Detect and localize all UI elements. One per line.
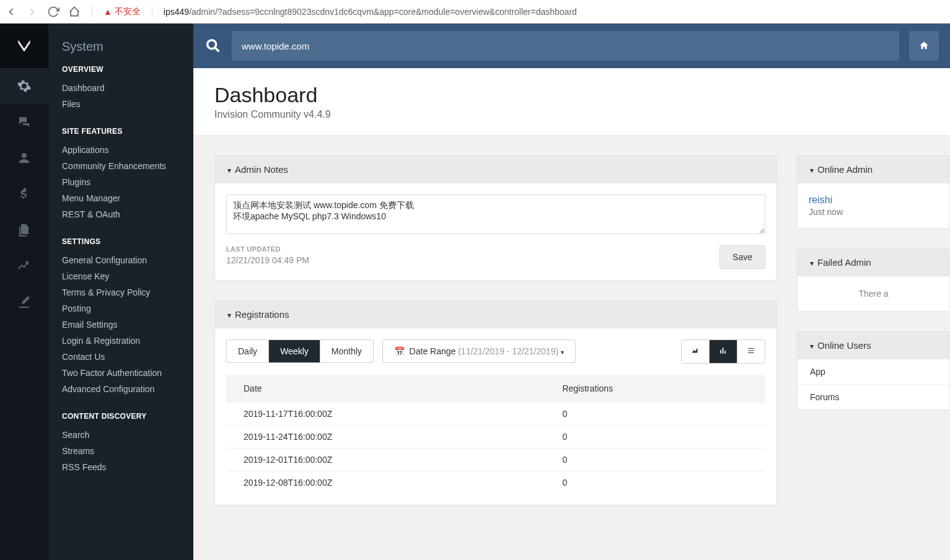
sidebar-item[interactable]: Plugins [48, 174, 193, 190]
browser-reload-icon[interactable] [47, 6, 59, 18]
list-item[interactable]: App [798, 359, 949, 384]
sidebar-group-head: CONTENT DISCOVERY [48, 397, 193, 427]
admin-notes-textarea[interactable] [226, 195, 765, 234]
sidebar-item[interactable]: Terms & Privacy Policy [48, 284, 193, 300]
online-admins-widget: ▾Online Admin reishi Just now [797, 155, 950, 229]
sidebar-item[interactable]: Files [48, 96, 193, 112]
sidebar-item[interactable]: Posting [48, 300, 193, 317]
sidebar-item[interactable]: Dashboard [48, 80, 193, 96]
sidebar-item[interactable]: General Configuration [48, 252, 193, 268]
sidebar-item[interactable]: Community Enhancements [48, 158, 193, 174]
svg-point-0 [208, 40, 216, 49]
sidebar-item[interactable]: Search [48, 427, 193, 443]
table-row: 2019-11-24T16:00:00Z0 [226, 425, 765, 448]
registrations-header[interactable]: ▾Registrations [215, 301, 776, 328]
chart-area-icon[interactable] [682, 340, 710, 363]
rail-theme-icon[interactable] [0, 284, 48, 320]
browser-url[interactable]: ips449/admin/?adsess=9ccnlngt89023scdnv1… [164, 7, 577, 17]
calendar-icon: 📅 [394, 346, 405, 356]
online-admin-user-link[interactable]: reishi [809, 195, 938, 206]
online-admin-time: Just now [809, 207, 938, 217]
online-users-widget: ▾Online Users AppForums [797, 331, 950, 410]
table-row: 2019-11-17T16:00:00Z0 [226, 402, 765, 425]
chart-type-tabs [681, 339, 765, 364]
failed-admin-widget: ▾Failed Admin There a [797, 248, 950, 312]
browser-back-icon[interactable] [5, 6, 17, 18]
last-updated-date: 12/21/2019 04:49 PM [226, 255, 309, 265]
sidebar-item[interactable]: Contact Us [48, 349, 193, 365]
sidebar-title: System [48, 40, 193, 65]
registrations-table: Date Registrations 2019-11-17T16:00:00Z0… [226, 375, 765, 494]
sidebar-group-head: SETTINGS [48, 222, 193, 252]
caret-down-icon: ▾ [810, 259, 814, 268]
table-row: 2019-12-01T16:00:00Z0 [226, 448, 765, 471]
chart-bar-icon[interactable] [710, 340, 737, 363]
app-icon-rail [0, 24, 48, 560]
online-users-header[interactable]: ▾Online Users [798, 332, 949, 359]
sidebar-item[interactable]: Applications [48, 142, 193, 158]
tab-daily[interactable]: Daily [227, 340, 269, 362]
chart-list-icon[interactable] [737, 340, 765, 363]
sidebar-item[interactable]: Menu Manager [48, 190, 193, 206]
caret-down-icon: ▾ [227, 166, 231, 175]
page-subtitle: Invision Community v4.4.9 [214, 109, 929, 120]
list-item[interactable]: Forums [798, 384, 949, 409]
date-range-picker[interactable]: 📅 Date Range (11/21/2019 - 12/21/2019)▾ [382, 339, 576, 363]
sidebar-item[interactable]: Streams [48, 443, 193, 459]
browser-home-icon[interactable] [68, 6, 81, 18]
last-updated-label: LAST UPDATED [226, 245, 309, 253]
sidebar-item[interactable]: License Key [48, 268, 193, 284]
browser-security-warning[interactable]: ▲ 不安全 [103, 6, 141, 17]
sidebar-item[interactable]: Email Settings [48, 317, 193, 333]
rail-pages-icon[interactable] [0, 212, 48, 248]
rail-commerce-icon[interactable] [0, 176, 48, 212]
rail-chat-icon[interactable] [0, 104, 48, 140]
caret-down-icon: ▾ [810, 342, 814, 351]
sidebar-item[interactable]: REST & OAuth [48, 206, 193, 222]
admin-notes-header[interactable]: ▾Admin Notes [215, 156, 776, 183]
admin-notes-widget: ▾Admin Notes LAST UPDATED 12/21/2019 04:… [214, 155, 777, 281]
tab-monthly[interactable]: Monthly [320, 340, 373, 362]
interval-tabs: Daily Weekly Monthly [226, 339, 374, 363]
col-date: Date [226, 375, 545, 403]
sidebar-item[interactable]: Login & Registration [48, 333, 193, 349]
browser-address-bar: ▲ 不安全 ips449/admin/?adsess=9ccnlngt89023… [0, 0, 950, 24]
rail-system-icon[interactable] [0, 68, 48, 104]
main-area: www.topide.com Dashboard Invision Commun… [193, 24, 950, 560]
site-home-button[interactable] [909, 31, 939, 61]
sidebar-item[interactable]: Advanced Configuration [48, 381, 193, 397]
sidebar-group-head: SITE FEATURES [48, 112, 193, 142]
failed-admin-header[interactable]: ▾Failed Admin [798, 249, 949, 276]
search-icon[interactable] [205, 37, 222, 55]
tab-weekly[interactable]: Weekly [269, 340, 320, 362]
caret-down-icon: ▾ [227, 311, 231, 320]
caret-down-icon: ▾ [810, 166, 814, 175]
table-row: 2019-12-08T16:00:00Z0 [226, 471, 765, 494]
page-header: Dashboard Invision Community v4.4.9 [193, 68, 950, 136]
app-logo[interactable] [0, 24, 48, 68]
sidebar-group-head: OVERVIEW [48, 65, 193, 80]
app-sidebar: System OVERVIEWDashboardFilesSITE FEATUR… [48, 24, 193, 560]
browser-forward-icon [26, 6, 38, 18]
rail-user-icon[interactable] [0, 140, 48, 176]
failed-admin-empty: There a [798, 276, 949, 311]
page-title: Dashboard [214, 84, 929, 107]
col-count: Registrations [545, 375, 765, 403]
rail-stats-icon[interactable] [0, 248, 48, 284]
top-bar: www.topide.com [193, 24, 950, 68]
registrations-widget: ▾Registrations Daily Weekly Monthly 📅 Da… [214, 300, 777, 505]
online-admins-header[interactable]: ▾Online Admin [798, 156, 949, 183]
sidebar-item[interactable]: RSS Feeds [48, 459, 193, 475]
caret-down-icon: ▾ [561, 349, 564, 356]
sidebar-item[interactable]: Two Factor Authentication [48, 365, 193, 381]
save-button[interactable]: Save [719, 245, 765, 269]
search-input[interactable]: www.topide.com [232, 31, 899, 61]
warning-triangle-icon: ▲ [103, 7, 112, 17]
